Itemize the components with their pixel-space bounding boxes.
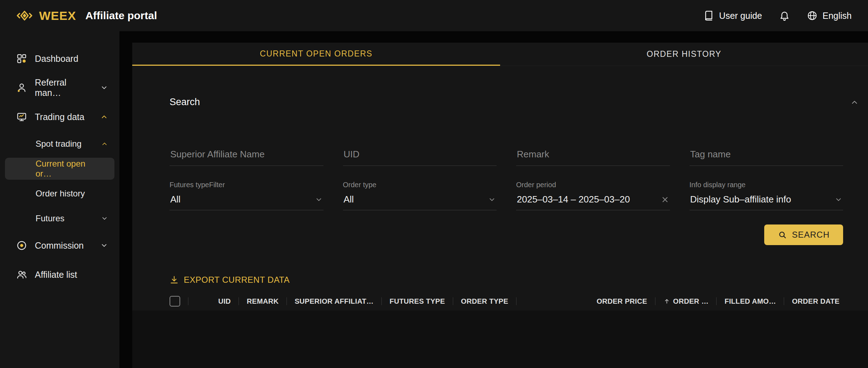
collapse-chevron-up-icon[interactable] <box>850 98 859 107</box>
page: WEEX Affiliate portal User guide <box>0 0 868 368</box>
language-selector[interactable]: English <box>807 10 852 21</box>
tab-order-history[interactable]: ORDER HISTORY <box>500 43 868 66</box>
table-body-empty <box>132 310 868 368</box>
sidebar-item-current-open-orders[interactable]: Current open or… <box>5 158 114 180</box>
sort-ascending-icon <box>663 298 670 305</box>
clear-icon[interactable] <box>661 195 669 204</box>
sidebar-item-futures[interactable]: Futures <box>0 206 119 231</box>
select-all-checkbox[interactable] <box>170 296 180 307</box>
column-divider <box>286 297 287 305</box>
sidebar-item-spot-trading[interactable]: Spot trading <box>0 131 119 156</box>
trading-data-icon <box>16 112 27 122</box>
export-label: EXPORT CURRENT DATA <box>184 275 290 285</box>
sidebar-label: Futures <box>36 213 64 223</box>
order-period-range-picker[interactable]: 2025–03–14 – 2025–03–20 <box>516 194 670 210</box>
sidebar-label: Trading data <box>35 112 84 122</box>
sidebar-label: Order history <box>36 189 85 199</box>
column-header-label: ORDER … <box>673 297 709 305</box>
futures-type-label: Futures typeFilter <box>170 181 323 189</box>
sidebar-item-referral-management[interactable]: Referral man… <box>0 73 119 102</box>
chevron-down-icon <box>835 196 842 204</box>
notifications-button[interactable] <box>779 10 790 21</box>
sidebar-label: Affiliate list <box>35 270 77 280</box>
order-period-label: Order period <box>516 181 670 189</box>
content-panel: CURRENT OPEN ORDERS ORDER HISTORY Search <box>132 43 868 368</box>
tab-current-open-orders[interactable]: CURRENT OPEN ORDERS <box>132 43 500 66</box>
tab-bar: CURRENT OPEN ORDERS ORDER HISTORY <box>132 43 868 66</box>
superior-affiliate-name-input[interactable] <box>170 149 323 166</box>
user-guide-label: User guide <box>719 11 762 21</box>
sidebar-item-commission[interactable]: Commission <box>0 231 119 260</box>
column-divider <box>239 297 239 305</box>
column-divider <box>453 297 453 305</box>
column-divider <box>655 297 655 305</box>
tab-label: ORDER HISTORY <box>647 49 721 59</box>
info-display-range-label: Info display range <box>690 181 843 189</box>
column-header-futures-type: FUTURES TYPE <box>390 297 445 305</box>
order-period-value: 2025–03–14 – 2025–03–20 <box>517 194 630 205</box>
tag-name-input[interactable] <box>690 149 843 166</box>
search-actions: SEARCH <box>132 224 868 245</box>
chevron-down-icon <box>315 196 323 204</box>
language-label: English <box>823 11 852 21</box>
column-header-filled-amount: FILLED AMO… <box>724 297 776 305</box>
chevron-down-icon <box>100 242 108 249</box>
chevron-down-icon <box>488 196 496 204</box>
column-divider <box>516 297 516 305</box>
tab-label: CURRENT OPEN ORDERS <box>260 49 373 59</box>
sidebar-label: Current open or… <box>36 159 103 179</box>
sidebar-item-trading-data[interactable]: Trading data <box>0 102 119 131</box>
table-header-row: UID REMARK SUPERIOR AFFILIAT… FUTURES TY… <box>132 292 868 310</box>
column-divider <box>716 297 717 305</box>
futures-type-select[interactable]: All <box>170 194 323 210</box>
sidebar-item-order-history[interactable]: Order history <box>0 181 119 206</box>
column-header-order-sortable[interactable]: ORDER … <box>663 297 709 305</box>
dashboard-icon <box>16 53 27 64</box>
info-display-range-select[interactable]: Display Sub–affiliate info <box>690 194 843 210</box>
column-header-order-date: ORDER DATE <box>792 297 840 305</box>
brand: WEEX Affiliate portal <box>16 9 157 23</box>
column-header-superior-affiliate: SUPERIOR AFFILIAT… <box>295 297 374 305</box>
bell-icon <box>779 10 790 21</box>
uid-input[interactable] <box>343 149 497 166</box>
page-title: Affiliate portal <box>85 10 157 22</box>
sidebar-item-affiliate-list[interactable]: Affiliate list <box>0 260 119 289</box>
header-actions: User guide English <box>703 10 852 21</box>
sidebar-item-dashboard[interactable]: Dashboard <box>0 44 119 73</box>
search-button-label: SEARCH <box>792 230 830 240</box>
futures-type-value: All <box>170 194 181 205</box>
order-type-value: All <box>344 194 354 205</box>
remark-input[interactable] <box>516 149 670 166</box>
chevron-down-icon <box>100 84 108 92</box>
app-header: WEEX Affiliate portal User guide <box>0 0 868 31</box>
search-text-fields <box>132 149 868 166</box>
user-guide-link[interactable]: User guide <box>703 10 762 21</box>
body: Dashboard Referral man… <box>0 31 868 368</box>
search-button[interactable]: SEARCH <box>764 224 843 245</box>
column-header-uid: UID <box>218 297 231 305</box>
column-divider <box>381 297 382 305</box>
column-header-order-type: ORDER TYPE <box>461 297 508 305</box>
order-period-filter: Order period 2025–03–14 – 2025–03–20 <box>516 181 670 210</box>
order-type-select[interactable]: All <box>343 194 497 210</box>
column-divider <box>188 297 188 305</box>
sidebar-label: Spot trading <box>36 139 81 149</box>
referral-icon <box>16 82 27 93</box>
search-select-fields: Futures typeFilter All Order type All <box>132 181 868 210</box>
sidebar: Dashboard Referral man… <box>0 31 119 368</box>
globe-icon <box>807 10 818 21</box>
info-display-range-filter: Info display range Display Sub–affiliate… <box>690 181 843 210</box>
order-type-label: Order type <box>343 181 497 189</box>
column-header-order-price: ORDER PRICE <box>524 297 647 305</box>
sidebar-label: Referral man… <box>35 77 92 98</box>
order-type-filter: Order type All <box>343 181 497 210</box>
brand-name: WEEX <box>39 9 76 23</box>
search-icon <box>778 230 787 239</box>
chevron-down-icon <box>101 215 108 222</box>
export-current-data-button[interactable]: EXPORT CURRENT DATA <box>132 275 868 285</box>
affiliate-list-icon <box>16 269 27 280</box>
info-display-range-value: Display Sub–affiliate info <box>690 194 791 205</box>
sidebar-label: Commission <box>35 240 84 251</box>
main: CURRENT OPEN ORDERS ORDER HISTORY Search <box>119 31 868 368</box>
column-header-remark: REMARK <box>247 297 279 305</box>
